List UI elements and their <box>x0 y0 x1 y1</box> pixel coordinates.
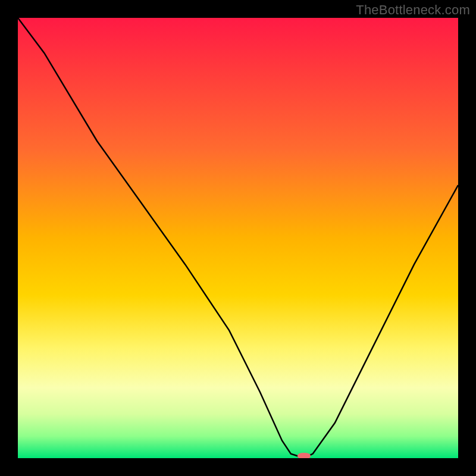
optimal-marker <box>298 453 311 458</box>
watermark-text: TheBottleneck.com <box>356 2 470 18</box>
bottleneck-chart: TheBottleneck.com <box>0 0 476 476</box>
gradient-background <box>18 18 458 458</box>
plot-area <box>18 18 458 458</box>
